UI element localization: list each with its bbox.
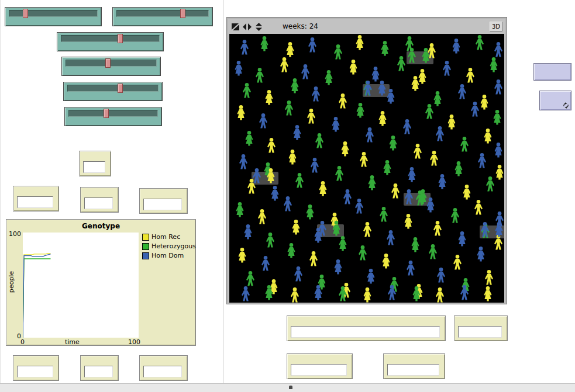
slider-track[interactable]: [9, 10, 98, 17]
female-turtle: [390, 136, 397, 150]
world-view: weeks: 24 3D: [227, 18, 507, 304]
person-turtle: [453, 255, 462, 269]
female-turtle: [246, 131, 253, 145]
view-counter-label: weeks: 24: [283, 22, 318, 30]
female-turtle: [239, 248, 246, 262]
pane-divider-middle: [223, 0, 223, 383]
plot-legend: Hom RecHeterozygousHom Dom: [142, 233, 196, 261]
pane-divider-left: [1, 0, 1, 383]
person-turtle: [301, 64, 309, 79]
person-turtle: [307, 109, 315, 123]
female-turtle: [412, 237, 419, 252]
female-turtle: [307, 204, 314, 219]
slider-handle[interactable]: [118, 34, 123, 43]
y-axis-min-tick: 0: [8, 332, 21, 340]
slider-avg-num-children[interactable]: [57, 32, 164, 51]
person-turtle: [339, 93, 347, 108]
3d-button[interactable]: 3D: [490, 22, 502, 32]
person-turtle: [397, 56, 405, 71]
person-turtle: [380, 207, 388, 221]
resize-icon[interactable]: [231, 22, 240, 30]
person-turtle: [343, 189, 352, 204]
person-turtle: [387, 230, 395, 245]
female-turtle: [235, 61, 243, 75]
female-turtle: [289, 150, 297, 164]
person-turtle: [335, 166, 343, 181]
slider-mutation-rate[interactable]: [5, 7, 102, 26]
slider-avg-num-couples[interactable]: [63, 82, 163, 101]
person-turtle: [407, 261, 415, 275]
person-turtle: [284, 196, 292, 211]
female-turtle: [356, 35, 364, 50]
go-button[interactable]: [539, 91, 571, 110]
monitor-label: [81, 188, 118, 189]
person-turtle: [403, 119, 411, 134]
female-turtle: [496, 165, 504, 179]
turtles-layer: [229, 34, 504, 303]
monitor-label: [287, 316, 445, 318]
slider-handle[interactable]: [180, 9, 185, 18]
person-turtle: [458, 84, 466, 99]
female-turtle: [342, 141, 349, 156]
slider-track[interactable]: [67, 85, 159, 92]
female-turtle: [319, 181, 327, 196]
person-turtle: [267, 138, 276, 152]
monitor-label: [80, 151, 111, 153]
monitor-pct-hom-rec: [13, 186, 59, 211]
monitor-label: [384, 354, 445, 356]
setup-button[interactable]: [533, 63, 571, 81]
person-turtle: [414, 144, 422, 158]
monitor-label: [140, 189, 187, 190]
scrollbar-mark: [289, 386, 292, 389]
person-turtle: [363, 222, 371, 237]
slider-handle[interactable]: [118, 84, 123, 93]
monitor-value: [143, 199, 182, 210]
slider-avg-couple-length[interactable]: [112, 7, 213, 26]
horizontal-stretch-icon[interactable]: [243, 22, 252, 30]
slider-handle[interactable]: [105, 58, 111, 68]
horizontal-scrollbar[interactable]: [0, 383, 575, 392]
slider-mothers-age[interactable]: [64, 107, 162, 126]
female-turtle: [350, 60, 357, 74]
genotype-plot: Genotype 100 0 people 0 time 100 Hom Rec…: [6, 219, 196, 346]
person-turtle: [285, 100, 293, 115]
female-turtle: [459, 231, 466, 246]
slider-handle[interactable]: [104, 109, 109, 118]
world-canvas[interactable]: [229, 34, 504, 303]
monitor-value: [387, 364, 439, 376]
person-turtle: [312, 86, 320, 101]
slider-handle[interactable]: [23, 9, 28, 18]
plot-title: Genotype: [6, 220, 195, 230]
monitor-value: [143, 366, 182, 377]
slider-track[interactable]: [61, 35, 160, 42]
person-turtle: [291, 287, 299, 302]
slider-track[interactable]: [68, 110, 158, 117]
person-turtle: [256, 68, 264, 82]
x-axis-max-tick: 100: [128, 338, 140, 346]
person-turtle: [258, 209, 266, 224]
person-turtle: [359, 245, 367, 260]
person-turtle: [494, 79, 502, 94]
person-turtle: [436, 287, 444, 302]
vertical-stretch-icon[interactable]: [254, 22, 263, 30]
slider-numpeople[interactable]: [61, 57, 161, 76]
female-turtle: [266, 90, 273, 105]
slider-track[interactable]: [116, 10, 209, 17]
female-turtle: [481, 95, 488, 109]
person-turtle: [311, 158, 319, 172]
female-turtle: [484, 286, 492, 301]
person-turtle: [239, 154, 247, 169]
female-turtle: [325, 70, 333, 85]
person-turtle: [259, 113, 267, 128]
female-turtle: [291, 78, 299, 93]
person-turtle: [486, 176, 494, 191]
monitor-value: [83, 161, 105, 173]
plot-series-layer: [23, 233, 139, 338]
slider-track[interactable]: [66, 60, 157, 67]
person-turtle: [429, 244, 437, 259]
female-turtle: [236, 202, 244, 217]
female-turtle: [369, 175, 376, 190]
female-turtle: [266, 285, 273, 300]
monitor-value: [17, 196, 53, 208]
legend-swatch: [142, 252, 149, 259]
